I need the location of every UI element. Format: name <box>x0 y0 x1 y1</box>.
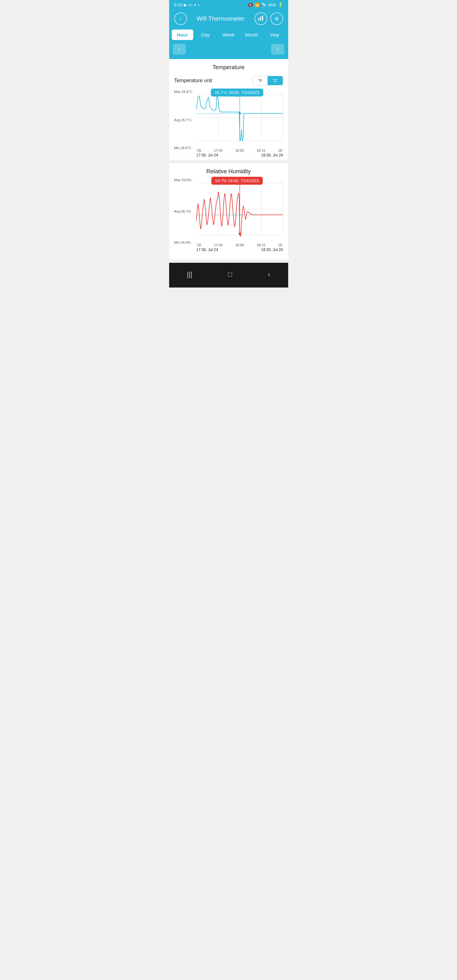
svg-point-22 <box>238 232 240 235</box>
page-title: Wifi Thermometer <box>187 15 255 22</box>
header-icons: ⚙ <box>255 13 283 25</box>
temp-x-labels: :30 17:45 18:00 18:15 18: <box>196 148 283 153</box>
status-right: 🔇 📶 📡 46% 🔋 <box>248 3 283 7</box>
humidity-date-left: 17:30, Jul 24 <box>196 248 218 252</box>
unit-row-label: Temperature unit <box>174 78 212 83</box>
temp-chart-svg-wrapper <box>196 89 283 148</box>
temperature-section: Temperature Temperature unit °F °C Max 2… <box>169 59 288 160</box>
svg-rect-2 <box>262 16 263 21</box>
status-bar: 6:02 ▶ ▭ # • 🔇 📶 📡 46% 🔋 <box>169 0 288 9</box>
tab-year[interactable]: Year <box>264 30 286 40</box>
prev-button[interactable]: ‹ <box>173 44 186 54</box>
fahrenheit-btn[interactable]: °F <box>253 76 268 85</box>
humidity-x-labels: :30 17:45 18:00 18:15 18: <box>196 242 283 248</box>
temp-x-2: 18:00 <box>235 148 244 152</box>
humidity-chart-svg-wrapper <box>196 177 283 242</box>
youtube-icon: ▶ <box>184 3 187 7</box>
tab-week[interactable]: Week <box>218 30 240 40</box>
humidity-section: Relative Humidity Max 59.0% Avg 56.7% Mi… <box>169 163 288 255</box>
tab-month[interactable]: Month <box>240 30 263 40</box>
temp-date-right: 18:30, Jul 24 <box>261 153 283 158</box>
temperature-chart-container: Max 26.8°C Avg 26.7°C Min 26.6°C 26.7°C … <box>174 89 283 160</box>
temp-avg-label: Avg 26.7°C <box>174 118 193 122</box>
dot-icon: • <box>198 3 199 7</box>
temp-x-1: 17:45 <box>214 148 223 152</box>
svg-rect-0 <box>258 18 259 21</box>
gear-icon: ⚙ <box>274 16 279 22</box>
humidity-chart <box>196 177 283 241</box>
time: 6:02 <box>174 3 182 7</box>
unit-toggle: °F °C <box>253 76 283 85</box>
svg-point-12 <box>238 112 240 115</box>
svg-rect-1 <box>260 16 261 21</box>
humidity-x-3: 18:15 <box>257 243 266 247</box>
temp-date-left: 17:30, Jul 24 <box>196 153 218 158</box>
battery: 46% <box>268 3 276 7</box>
nav-row: ‹ › <box>169 44 288 59</box>
section-separator <box>169 160 288 163</box>
signal-icon: 📡 <box>261 3 266 7</box>
temp-max-label: Max 26.8°C <box>174 90 193 94</box>
back-button[interactable]: ‹ <box>174 13 187 25</box>
humidity-max-label: Max 59.0% <box>174 178 192 182</box>
humidity-min-label: Min 54.4% <box>174 240 192 244</box>
tab-hour[interactable]: Hour <box>172 30 194 40</box>
grid-icon: # <box>194 3 196 7</box>
mute-icon: 🔇 <box>248 3 253 7</box>
humidity-chart-container: Max 59.0% Avg 56.7% Min 54.4% 54.7% 18:0… <box>174 177 283 255</box>
temp-min-label: Min 26.6°C <box>174 146 193 150</box>
chart-button[interactable] <box>255 13 267 25</box>
humidity-x-2: 18:00 <box>235 243 244 247</box>
humidity-x-4: 18: <box>278 243 283 247</box>
humidity-tooltip: 54.7% 18:00, 7/24/2023 <box>211 177 263 185</box>
next-button[interactable]: › <box>271 44 284 54</box>
main-content: Temperature Temperature unit °F °C Max 2… <box>169 59 288 259</box>
temp-tooltip: 26.7°C 18:00, 7/24/2023 <box>211 89 263 97</box>
battery-icon: 🔋 <box>278 3 283 7</box>
temp-y-labels: Max 26.8°C Avg 26.7°C Min 26.6°C <box>174 89 193 150</box>
humidity-x-0: :30 <box>196 243 201 247</box>
humidity-y-labels: Max 59.0% Avg 56.7% Min 54.4% <box>174 177 192 245</box>
back-icon: ‹ <box>180 16 181 22</box>
temp-x-0: :30 <box>196 148 201 152</box>
bottom-nav: ||| □ ‹ <box>169 263 288 288</box>
menu-button[interactable]: ||| <box>181 268 199 281</box>
chart-icon <box>258 15 264 22</box>
temp-x-4: 18: <box>278 148 283 152</box>
humidity-title: Relative Humidity <box>169 163 288 177</box>
temp-x-3: 18:15 <box>257 148 266 152</box>
temp-chart <box>196 89 283 146</box>
humidity-date-labels: 17:30, Jul 24 18:30, Jul 24 <box>196 248 283 255</box>
tabs-bar: Hour Day Week Month Year <box>169 30 288 44</box>
temp-date-labels: 17:30, Jul 24 18:30, Jul 24 <box>196 153 283 160</box>
humidity-date-right: 18:30, Jul 24 <box>261 248 283 252</box>
wifi-icon: 📶 <box>255 3 260 7</box>
status-left: 6:02 ▶ ▭ # • <box>174 3 199 7</box>
celsius-btn[interactable]: °C <box>268 76 283 85</box>
unit-row: Temperature unit °F °C <box>169 73 288 89</box>
back-nav-button[interactable]: ‹ <box>261 268 276 281</box>
header: ‹ Wifi Thermometer ⚙ <box>169 9 288 30</box>
humidity-avg-label: Avg 56.7% <box>174 210 192 213</box>
humidity-x-1: 17:45 <box>214 243 223 247</box>
temperature-title: Temperature <box>169 59 288 73</box>
settings-button[interactable]: ⚙ <box>271 13 283 25</box>
tab-day[interactable]: Day <box>194 30 217 40</box>
screen-icon: ▭ <box>188 3 192 7</box>
home-button[interactable]: □ <box>221 268 238 281</box>
